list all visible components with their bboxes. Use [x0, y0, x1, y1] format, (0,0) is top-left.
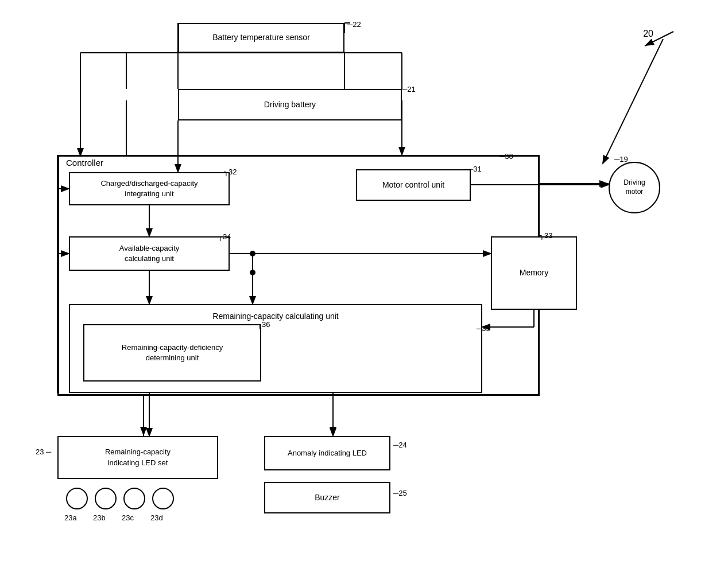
led-23a-label: 23a — [64, 513, 77, 522]
driving-battery-box: Driving battery — [178, 89, 402, 120]
driving-motor-label: Drivingmotor — [624, 178, 645, 196]
ref-33: ╮33 — [540, 231, 552, 240]
ref20-arrow — [633, 26, 679, 49]
battery-temp-sensor-label: Battery temperature sensor — [212, 32, 310, 44]
ref-25: ─25 — [393, 489, 407, 497]
led-23c-label: 23c — [122, 513, 134, 522]
led-23a — [66, 488, 88, 509]
ref-35: ─35 — [477, 324, 490, 333]
charged-discharged-box: Charged/discharged-capacityintegrating u… — [69, 172, 230, 205]
anomaly-led-label: Anomaly indicating LED — [288, 448, 367, 458]
buzzer-box: Buzzer — [264, 482, 390, 513]
ref-21: ─21 — [402, 85, 416, 94]
svg-line-27 — [645, 32, 673, 46]
motor-control-box: Motor control unit — [356, 169, 471, 201]
diagram-container: 20 Battery temperature sensor ─22 Drivin… — [0, 0, 728, 576]
led-23d-label: 23d — [150, 513, 163, 522]
ref-36: ╮36 — [257, 320, 270, 329]
led-set-label: Remaining-capacityindicating LED set — [105, 447, 171, 468]
ref-24: ─24 — [393, 441, 407, 449]
controller-label: Controller — [66, 158, 103, 168]
ref-34: ╮34 — [218, 232, 231, 241]
available-capacity-label: Available-capacitycalculating unit — [119, 243, 180, 264]
ref-23: 23 ─ — [36, 447, 51, 456]
ref-30: ─30 — [499, 152, 513, 161]
buzzer-label: Buzzer — [315, 492, 340, 504]
charged-discharged-label: Charged/discharged-capacityintegrating u… — [100, 178, 198, 199]
led-23b-label: 23b — [93, 513, 106, 522]
ref-31: ─31 — [468, 165, 482, 173]
available-capacity-box: Available-capacitycalculating unit — [69, 236, 230, 271]
driving-motor-circle: Drivingmotor — [609, 162, 660, 213]
remaining-deficiency-box: Remaining-capacity-deficiencydetermining… — [83, 324, 261, 382]
led-23c — [123, 488, 145, 509]
memory-box: Memory — [491, 236, 577, 310]
svg-line-31 — [603, 39, 663, 164]
motor-control-label: Motor control unit — [382, 180, 444, 191]
led-set-box: Remaining-capacityindicating LED set — [57, 436, 218, 479]
battery-temp-sensor-box: Battery temperature sensor — [178, 23, 344, 53]
driving-battery-label: Driving battery — [264, 99, 316, 111]
remaining-deficiency-label: Remaining-capacity-deficiencydetermining… — [122, 343, 223, 363]
led-23b — [95, 488, 117, 509]
ref-32: ╮32 — [224, 168, 237, 176]
memory-label: Memory — [520, 267, 549, 279]
remaining-capacity-label: Remaining-capacity calculating unit — [212, 311, 338, 322]
ref-22: ─22 — [347, 20, 361, 29]
anomaly-led-box: Anomaly indicating LED — [264, 436, 390, 470]
led-23d — [152, 488, 174, 509]
ref-19: ─19 — [614, 155, 628, 164]
